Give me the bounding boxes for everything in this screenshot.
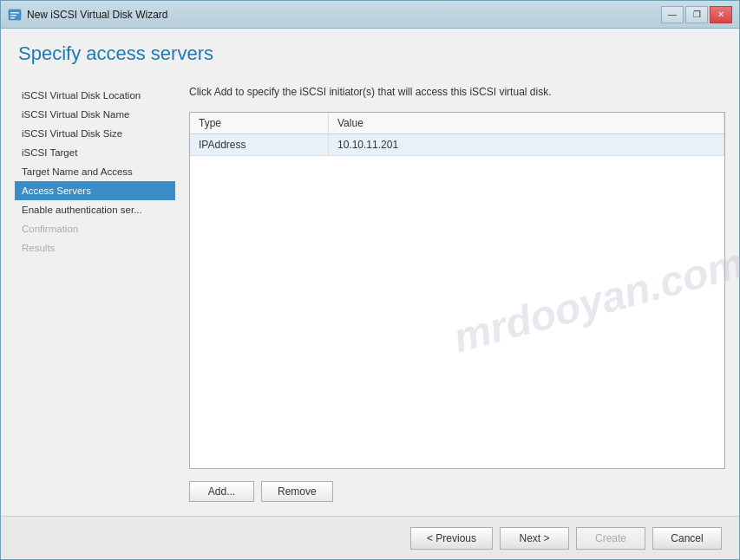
column-value: Value bbox=[329, 113, 724, 133]
remove-button[interactable]: Remove bbox=[261, 481, 333, 502]
sidebar-item-results: Results bbox=[15, 238, 175, 257]
title-bar-left: New iSCSI Virtual Disk Wizard bbox=[8, 8, 167, 22]
instruction-text: Click Add to specify the iSCSI initiator… bbox=[189, 86, 725, 98]
column-type: Type bbox=[190, 113, 329, 133]
minimize-button[interactable]: — bbox=[661, 6, 684, 23]
sidebar-item-enable-auth[interactable]: Enable authentication ser... bbox=[15, 200, 175, 219]
sidebar-item-iscsi-disk-name[interactable]: iSCSI Virtual Disk Name bbox=[15, 105, 175, 124]
table-row[interactable]: IPAddress 10.10.11.201 bbox=[190, 134, 724, 156]
right-panel: Click Add to specify the iSCSI initiator… bbox=[189, 86, 725, 502]
page-title: Specify access servers bbox=[18, 42, 722, 65]
sidebar-item-iscsi-disk-size[interactable]: iSCSI Virtual Disk Size bbox=[15, 124, 175, 143]
sidebar-item-confirmation: Confirmation bbox=[15, 219, 175, 238]
table-header: Type Value bbox=[190, 113, 724, 134]
sidebar-item-iscsi-target[interactable]: iSCSI Target bbox=[15, 143, 175, 162]
next-button[interactable]: Next > bbox=[500, 527, 569, 550]
access-servers-table: Type Value IPAddress 10.10.11.201 bbox=[189, 112, 725, 469]
window-controls: — ❐ ✕ bbox=[661, 6, 732, 23]
title-bar: New iSCSI Virtual Disk Wizard — ❐ ✕ bbox=[1, 1, 739, 29]
wizard-window: New iSCSI Virtual Disk Wizard — ❐ ✕ Spec… bbox=[0, 0, 740, 560]
content-area: Specify access servers iSCSI Virtual Dis… bbox=[1, 29, 739, 516]
cancel-button[interactable]: Cancel bbox=[652, 527, 722, 550]
sidebar-item-access-servers[interactable]: Access Servers bbox=[15, 181, 175, 200]
sidebar-item-iscsi-disk-location[interactable]: iSCSI Virtual Disk Location bbox=[15, 86, 175, 105]
table-action-buttons: Add... Remove bbox=[189, 481, 725, 502]
sidebar-item-target-name-access[interactable]: Target Name and Access bbox=[15, 162, 175, 181]
main-content: iSCSI Virtual Disk Location iSCSI Virtua… bbox=[1, 72, 739, 516]
restore-button[interactable]: ❐ bbox=[685, 6, 708, 23]
svg-rect-1 bbox=[10, 12, 19, 14]
create-button[interactable]: Create bbox=[576, 527, 645, 550]
add-button[interactable]: Add... bbox=[189, 481, 254, 502]
cell-value: 10.10.11.201 bbox=[329, 134, 724, 155]
footer: < Previous Next > Create Cancel bbox=[1, 516, 739, 559]
wizard-icon bbox=[8, 8, 22, 22]
svg-rect-3 bbox=[10, 17, 15, 19]
window-title: New iSCSI Virtual Disk Wizard bbox=[27, 9, 167, 21]
sidebar: iSCSI Virtual Disk Location iSCSI Virtua… bbox=[15, 86, 175, 502]
cell-type: IPAddress bbox=[190, 134, 329, 155]
previous-button[interactable]: < Previous bbox=[410, 527, 493, 550]
page-header: Specify access servers bbox=[1, 29, 739, 72]
close-button[interactable]: ✕ bbox=[710, 6, 732, 23]
svg-rect-2 bbox=[10, 15, 16, 16]
